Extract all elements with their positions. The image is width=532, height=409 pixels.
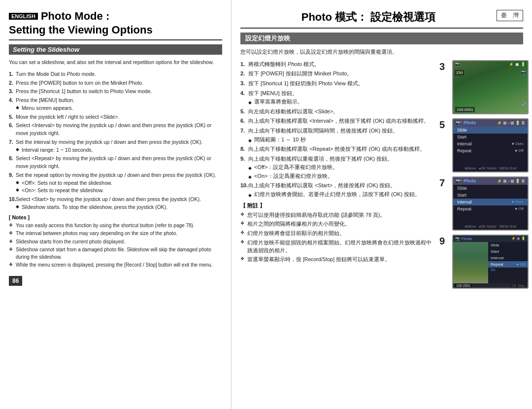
camera-bottom-3: 100-0001 (453, 107, 528, 112)
ch-step-6: 6.向上或向下移動搖桿選取 <Interval>，然後按下搖桿 (OK) 或向右… (240, 117, 435, 126)
menu-bottom-7: ⊕Move●OK SelectMENU Exit (453, 225, 528, 229)
right-intro: 您可以設定幻燈片放映，以及設定幻燈片放映的間隔與重複選項。 (240, 48, 523, 56)
ch-step-1: 1.將模式轉盤轉到 Photo 模式。 (240, 60, 435, 69)
note-3: Slideshow starts from the current photo … (9, 239, 222, 246)
step-5: 5.Move the joystick left / right to sele… (9, 113, 222, 121)
menu-item-slide-7: Slide (453, 185, 528, 192)
ch-note-4: 幻燈片放映不能從損毀的相片檔案開始。幻燈片放映將會在幻燈片放映過程中跳過損毀的相… (240, 239, 435, 255)
step-6: 6.Select <Interval> by moving the joysti… (9, 122, 222, 137)
note-4: Slideshow cannot start from a damaged ph… (9, 246, 222, 261)
note-2: The interval between photos may vary dep… (9, 230, 222, 238)
ch-step-9: 9.向上或向下移動搖桿以重複選項，然後按下搖桿 (OK) 按鈕。<Off>：設定… (240, 155, 435, 181)
right-panel: Photo 模式： 設定檢視選項 臺 灣 設定幻燈片放映 您可以設定幻燈片放映，… (232, 0, 532, 409)
left-section-header: Setting the Slideshow (9, 44, 222, 55)
right-content-area: 1.將模式轉盤轉到 Photo 模式。 2.按下 [POWER] 按鈕以開啓 M… (240, 60, 523, 289)
menu-bottom-5: ⊕Move●OK SelectMENU Exit (453, 167, 528, 170)
screen-row-9: 9 📷Photo ⚡▣🔋 (439, 235, 523, 289)
step-4: 4.Press the [MENU] button.Menu screen ap… (9, 97, 222, 112)
menu-title-7: 📷 Photo ⚡▣•▣🔋🗑 (453, 177, 528, 185)
ch-step-7: 7.向上或向下移動搖桿以選取間隔時間，然後按搖桿 (OK) 按鈕。間隔範圍：1 … (240, 127, 435, 144)
menu-item-start-7: Start (453, 192, 528, 199)
right-text-area: 1.將模式轉盤轉到 Photo 模式。 2.按下 [POWER] 按鈕以開啓 M… (240, 60, 435, 289)
taiwan-badge: 臺 灣 (497, 10, 523, 21)
left-steps-list: 1.Turn the Mode Dial to Photo mode. 2.Pr… (9, 70, 222, 211)
right-header-divider (240, 28, 523, 29)
note-5: While the menu screen is displayed, pres… (9, 262, 222, 269)
left-panel: ENGLISH Photo Mode : Setting the Viewing… (0, 0, 232, 409)
ch-step-8: 8.向上或向下移動搖桿選取 <Repeat> 然後按下搖桿 (OK) 或向右移動… (240, 145, 435, 154)
screen-step-3: 3 (439, 61, 448, 72)
main-title-line1: Photo Mode : (41, 10, 109, 23)
ch-note-5: 當選單螢幕顯示時，按 [Record/Stop] 按鈕將可以結束選單。 (240, 256, 435, 264)
menu-item-start: Start (453, 134, 528, 140)
english-badge: ENGLISH (9, 13, 38, 20)
menu-item-interval-7: Interval►1sec (453, 199, 528, 205)
header-divider (9, 39, 222, 40)
menu-item-slide: Slide (453, 127, 528, 134)
camera-menu-5: 📷 Photo ⚡▣•▣🔋🗑 Slide Start Interval►1sec (452, 118, 529, 172)
ch-step-2: 2.按下 [POWER] 按鈕以開啓 Miniket Photo。 (240, 69, 435, 78)
camera-screen-3: 📷 ⚡▣🔋 250 📷 🔊 100-0001 (452, 60, 529, 114)
screen-row-7: 7 📷 Photo ⚡▣•▣🔋🗑 Slide Start (439, 176, 523, 231)
menu-item-repeat: Repeat►Off (453, 147, 528, 154)
camera-top-bar-3: 📷 ⚡▣🔋 (453, 62, 528, 67)
screen-step-9: 9 (439, 236, 448, 247)
step-8: 8.Select <Repeat> by moving the joystick… (9, 155, 222, 170)
step-9: 9.Set the repeat option by moving the jo… (9, 171, 222, 195)
screen-row-5: 5 📷 Photo ⚡▣•▣🔋🗑 Slide Start (439, 118, 523, 172)
right-screens-area: 3 📷 ⚡▣🔋 250 📷 🔊 (439, 60, 523, 289)
ch-step-3: 3.按下 [Shortcut 1] 按鈕切換到 Photo View 模式。 (240, 79, 435, 88)
step-2: 2.Press the [POWER] button to turn on th… (9, 79, 222, 87)
page-number: 86 (9, 276, 22, 286)
ch-step-10: 10.向上或向下移動搖桿以選取 <Start>，然後按搖桿 (OK) 按鈕。幻燈… (240, 181, 435, 199)
menu-item-repeat-7: Repeat►Off (453, 205, 528, 212)
screen-row-3: 3 📷 ⚡▣🔋 250 📷 🔊 (439, 60, 523, 114)
menu-title-5: 📷 Photo ⚡▣•▣🔋🗑 (453, 119, 528, 127)
ch-step-4: 4.按下 [MENU] 按鈕。選單當幕將會顯示。 (240, 89, 435, 106)
note-1: You can easily access this function by u… (9, 222, 222, 230)
right-notes-header: 【 附註 】 (240, 202, 435, 209)
step-7: 7.Set the interval by moving the joystic… (9, 138, 222, 154)
screen-step-5: 5 (439, 119, 448, 131)
main-title-line2: Setting the Viewing Options (9, 24, 222, 36)
step-10: 10.Select <Start> by moving the joystick… (9, 196, 222, 211)
camera-screen-9: 📷Photo ⚡▣🔋 Slide Start (452, 235, 529, 289)
right-section-header: 設定幻燈片放映 (240, 33, 523, 44)
ch-note-2: 相片之間的間隔將根據相片的大小而變化。 (240, 220, 435, 228)
ch-step-5: 5.向左或向右移動搖桿以選取 <Slide>。 (240, 107, 435, 116)
right-steps-list: 1.將模式轉盤轉到 Photo 模式。 2.按下 [POWER] 按鈕以開啓 M… (240, 60, 435, 199)
right-notes-section: 【 附註 】 您可以使用捷徑按鈕簡易地存取此功能 (請參閱第 78 頁)。 相片… (240, 202, 435, 264)
title-block: ENGLISH Photo Mode : Setting the Viewing… (9, 10, 222, 36)
right-header: Photo 模式： 設定檢視選項 臺 灣 (240, 10, 523, 25)
left-intro: You can set a slideshow, and also set th… (9, 59, 222, 67)
ch-note-3: 幻燈片放映將會從目前顯示的相片開始。 (240, 230, 435, 238)
ch-note-1: 您可以使用捷徑按鈕簡易地存取此功能 (請參閱第 78 頁)。 (240, 211, 435, 219)
menu-item-interval: Interval►1sec (453, 140, 528, 147)
step-3: 3.Press the [Shortcut 1] button to switc… (9, 88, 222, 96)
camera-menu-7: 📷 Photo ⚡▣•▣🔋🗑 Slide Start Interval►1sec (452, 176, 529, 231)
step-1: 1.Turn the Mode Dial to Photo mode. (9, 70, 222, 78)
screen-step-7: 7 (439, 177, 448, 189)
notes-header: [ Notes ] (9, 214, 222, 220)
chinese-main-title: Photo 模式： 設定檢視選項 (240, 10, 497, 25)
